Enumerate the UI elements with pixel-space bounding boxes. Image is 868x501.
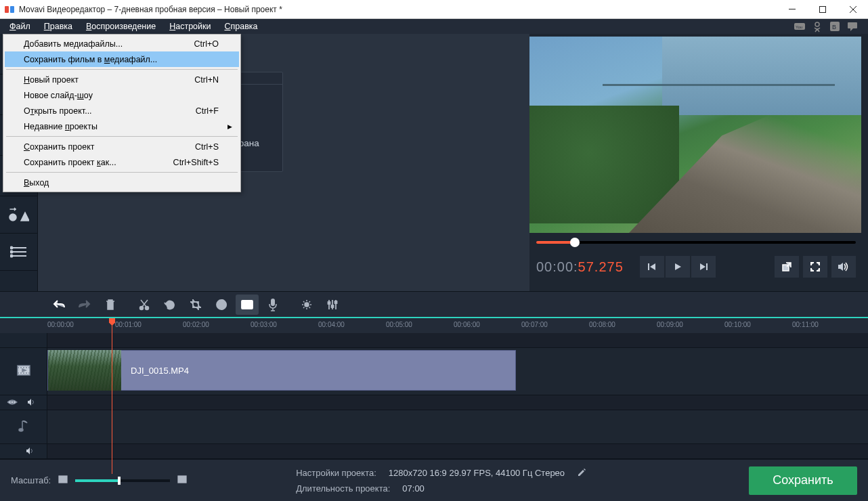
save-button[interactable]: Сохранить [749, 466, 857, 495]
zoom-label: Масштаб: [11, 475, 51, 485]
svg-rect-34 [335, 301, 337, 303]
preview-frame[interactable] [529, 37, 861, 233]
undo-button[interactable] [47, 295, 70, 315]
ruler-mark: 00:03:00 [251, 321, 277, 328]
ruler-mark: 00:06:00 [454, 321, 480, 328]
volume-button[interactable] [831, 256, 856, 278]
next-frame-button[interactable] [691, 256, 716, 278]
ruler-mark: 00:09:00 [657, 321, 683, 328]
menu-recent-projects[interactable]: Недавние проекты▶ [5, 118, 239, 134]
video-track[interactable]: DJI_0015.MP4 [0, 348, 868, 395]
menu-add-media[interactable]: Добавить медиафайлы...Ctrl+O [5, 36, 239, 51]
playhead[interactable] [112, 318, 112, 474]
ruler-mark: 00:01:00 [115, 321, 142, 328]
prev-frame-button[interactable] [640, 256, 664, 278]
svg-point-36 [11, 401, 14, 404]
zoom-slider[interactable] [75, 479, 170, 482]
menu-help[interactable]: Справка [217, 20, 264, 32]
svg-rect-30 [271, 299, 275, 306]
svg-rect-33 [332, 305, 334, 307]
project-duration-label: Длительность проекта: [296, 483, 390, 494]
mute-icon[interactable] [26, 445, 35, 458]
zoom-out-icon[interactable] [58, 475, 68, 486]
svg-rect-0 [5, 6, 9, 13]
menu-edit[interactable]: Правка [37, 20, 79, 32]
record-audio-button[interactable] [261, 295, 284, 315]
ruler-mark: 00:00:00 [47, 321, 74, 328]
menu-playback[interactable]: Воспроизведение [79, 20, 162, 32]
minimize-button[interactable] [777, 0, 807, 19]
svg-rect-23 [706, 263, 708, 270]
menu-bar: Файл Правка Воспроизведение Настройки Сп… [0, 19, 868, 34]
app-icon [4, 4, 15, 15]
delete-button[interactable] [99, 295, 122, 315]
fullscreen-button[interactable] [803, 256, 827, 278]
menu-settings[interactable]: Настройки [162, 20, 217, 32]
timeline-toolbar [0, 291, 868, 318]
video-track-icon [16, 364, 31, 379]
odnoklassniki-icon[interactable] [811, 20, 823, 32]
menu-open-project[interactable]: Открыть проект...Ctrl+F [5, 103, 239, 118]
window-title: Movavi Видеоредактор – 7-дневная пробная… [19, 5, 777, 14]
vk-icon[interactable]: B [829, 20, 841, 32]
preview-seekbar[interactable] [536, 241, 856, 244]
svg-rect-2 [789, 9, 796, 9]
feedback-icon[interactable] [846, 20, 859, 32]
svg-point-31 [305, 303, 309, 307]
ruler-mark: 00:05:00 [386, 321, 412, 328]
crop-button[interactable] [184, 295, 207, 315]
close-button[interactable] [838, 0, 868, 19]
svg-rect-22 [648, 263, 649, 270]
project-duration-value: 07:00 [402, 483, 425, 494]
menu-new-project[interactable]: Новый проектCtrl+N [5, 72, 239, 87]
svg-rect-32 [328, 302, 330, 304]
video-clip[interactable]: DJI_0015.MP4 [47, 350, 516, 391]
project-settings-label: Настройки проекта: [296, 468, 376, 479]
rotate-button[interactable] [158, 295, 181, 315]
color-button[interactable] [210, 295, 233, 315]
timecode: 00:00:57.275 [536, 259, 624, 275]
redo-button[interactable] [73, 295, 96, 315]
menu-save-movie[interactable]: Сохранить фильм в медиафайл... [5, 51, 239, 67]
sidebar-more[interactable] [0, 234, 37, 271]
svg-text:You: You [796, 25, 802, 29]
svg-point-18 [10, 255, 12, 257]
timeline-tracks: DJI_0015.MP4 [0, 333, 868, 459]
sidebar-shapes[interactable] [0, 196, 37, 234]
track-settings-button[interactable] [295, 295, 318, 315]
youtube-icon[interactable]: You [794, 20, 806, 32]
audio-track[interactable] [0, 410, 868, 444]
svg-point-37 [19, 429, 23, 431]
svg-point-8 [815, 22, 819, 26]
svg-rect-11 [848, 22, 857, 28]
music-track-icon [18, 419, 30, 435]
equalizer-button[interactable] [321, 295, 344, 315]
ruler-mark: 00:07:00 [521, 321, 548, 328]
project-settings-value: 1280x720 16:9 29.97 FPS, 44100 Гц Стерео [389, 468, 565, 479]
maximize-button[interactable] [807, 0, 838, 19]
menu-save-project[interactable]: Сохранить проектCtrl+S [5, 139, 239, 154]
svg-point-12 [9, 214, 16, 221]
svg-point-16 [10, 247, 12, 249]
menu-new-slideshow[interactable]: Новое слайд-шоу [5, 87, 239, 103]
status-bar: Масштаб: Настройки проекта: 1280x720 16:… [0, 459, 868, 501]
play-button[interactable] [666, 256, 690, 278]
menu-save-project-as[interactable]: Сохранить проект как...Ctrl+Shift+S [5, 154, 239, 170]
zoom-in-icon[interactable] [177, 475, 188, 486]
file-menu-dropdown: Добавить медиафайлы...Ctrl+O Сохранить ф… [3, 34, 241, 192]
timeline-ruler[interactable]: 00:00:0000:01:0000:02:0000:03:0000:04:00… [0, 318, 868, 333]
cut-button[interactable] [133, 295, 156, 315]
visibility-icon[interactable] [7, 397, 18, 409]
detach-button[interactable] [775, 256, 799, 278]
mute-icon[interactable] [27, 397, 37, 409]
clip-properties-button[interactable] [236, 295, 259, 315]
svg-point-17 [10, 251, 12, 253]
ruler-mark: 00:11:00 [792, 321, 819, 328]
edit-settings-icon[interactable] [577, 468, 586, 479]
svg-rect-3 [819, 6, 825, 12]
clip-thumbnail [48, 350, 121, 391]
ruler-mark: 00:10:00 [724, 321, 751, 328]
menu-exit[interactable]: Выход [5, 175, 239, 190]
svg-text:B: B [832, 24, 836, 30]
menu-file[interactable]: Файл [3, 20, 37, 32]
